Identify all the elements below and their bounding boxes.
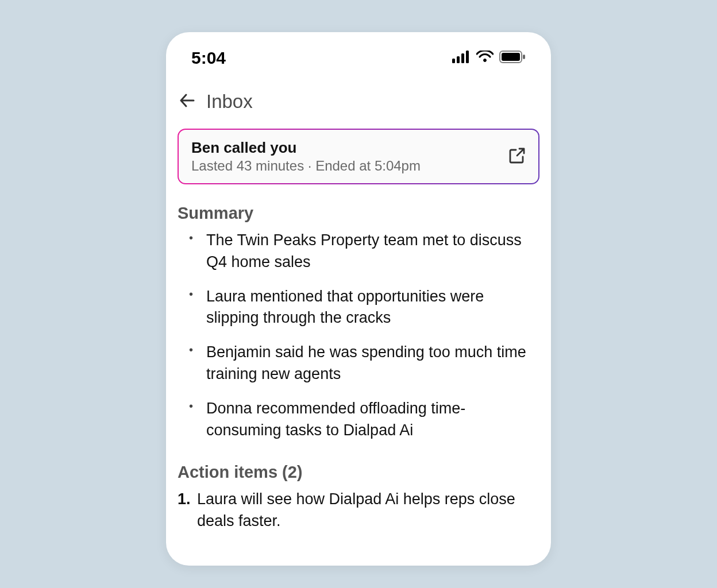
svg-rect-5	[502, 53, 520, 61]
status-icons	[452, 51, 526, 65]
battery-icon	[499, 51, 526, 65]
svg-rect-2	[461, 53, 464, 63]
cellular-signal-icon	[452, 51, 471, 65]
action-item: 1. Laura will see how Dialpad Ai helps r…	[178, 489, 539, 532]
action-items-section: Action items (2) 1. Laura will see how D…	[166, 454, 551, 532]
action-items-list: 1. Laura will see how Dialpad Ai helps r…	[178, 489, 539, 532]
summary-list: The Twin Peaks Property team met to disc…	[178, 230, 539, 441]
summary-heading: Summary	[178, 204, 539, 223]
arrow-left-icon	[178, 92, 195, 111]
summary-item: The Twin Peaks Property team met to disc…	[189, 230, 539, 273]
page-title: Inbox	[206, 91, 253, 113]
status-time: 5:04	[191, 48, 226, 68]
summary-section: Summary The Twin Peaks Property team met…	[166, 198, 551, 441]
call-card-subtitle: Lasted 43 minutes · Ended at 5:04pm	[191, 158, 421, 174]
summary-item: Benjamin said he was spending too much t…	[189, 342, 539, 385]
call-card[interactable]: Ben called you Lasted 43 minutes · Ended…	[178, 129, 539, 184]
action-item-text: Laura will see how Dialpad Ai helps reps…	[197, 489, 539, 532]
call-card-inner: Ben called you Lasted 43 minutes · Ended…	[179, 130, 538, 183]
summary-item: Laura mentioned that opportunities were …	[189, 286, 539, 330]
status-bar: 5:04	[166, 32, 551, 75]
open-external-button[interactable]	[508, 147, 526, 167]
call-card-text: Ben called you Lasted 43 minutes · Ended…	[191, 139, 421, 174]
phone-frame: 5:04	[166, 32, 551, 566]
call-card-title: Ben called you	[191, 139, 421, 157]
nav-header: Inbox	[166, 75, 551, 124]
svg-rect-3	[466, 51, 469, 63]
action-items-heading: Action items (2)	[178, 463, 539, 482]
action-item-number: 1.	[178, 489, 191, 532]
back-button[interactable]	[178, 92, 196, 111]
svg-rect-1	[457, 56, 460, 63]
svg-rect-6	[523, 55, 525, 59]
external-link-icon	[508, 156, 526, 166]
svg-rect-0	[452, 59, 455, 63]
summary-item: Donna recommended offloading time-consum…	[189, 398, 539, 442]
wifi-icon	[476, 51, 494, 65]
